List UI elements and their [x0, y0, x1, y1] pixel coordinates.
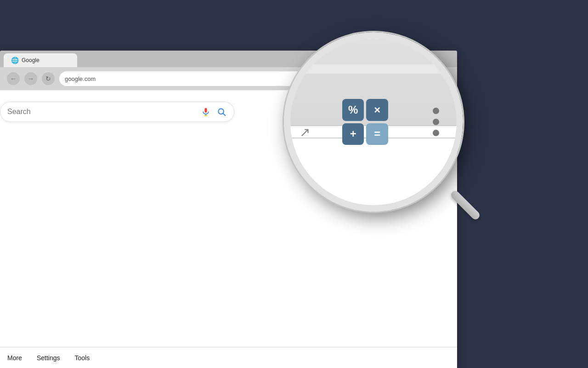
address-text: google.com: [65, 75, 96, 82]
magnifier-bottom-section: [290, 138, 457, 205]
nav-item-tools[interactable]: Tools: [68, 347, 97, 368]
three-dots-dot-2: [433, 119, 439, 125]
calc-equals-button: =: [366, 123, 388, 145]
calc-percent-button: %: [342, 99, 364, 121]
tab-favicon: 🌐: [11, 57, 19, 64]
back-button[interactable]: ←: [7, 72, 20, 85]
search-input[interactable]: [7, 108, 200, 116]
search-box[interactable]: [0, 102, 234, 122]
mic-icon[interactable]: [200, 106, 211, 117]
calc-plus-button: +: [342, 123, 364, 145]
browser-tab-google[interactable]: 🌐 Google: [4, 53, 77, 67]
magnifier-three-dots: [433, 108, 439, 136]
nav-item-more[interactable]: More: [0, 347, 29, 368]
search-icon[interactable]: [216, 106, 227, 117]
nav-items: More Settings Tools: [0, 347, 97, 368]
magnifier-address-strip: [290, 64, 457, 74]
nav-bar: More Settings Tools: [0, 347, 457, 368]
svg-line-4: [223, 114, 226, 116]
svg-rect-0: [205, 108, 207, 113]
reload-button[interactable]: ↻: [42, 72, 55, 85]
magnifier-cursor: ↗: [300, 124, 310, 139]
nav-item-settings[interactable]: Settings: [29, 347, 68, 368]
three-dots-dot-3: [433, 130, 439, 136]
forward-button[interactable]: →: [24, 72, 37, 85]
three-dots-dot-1: [433, 108, 439, 114]
calc-multiply-button: ×: [366, 99, 388, 121]
calculator-icon: % × + =: [342, 99, 388, 145]
magnifier-lens: ↗ % × + =: [284, 32, 463, 212]
tab-label: Google: [22, 57, 40, 63]
